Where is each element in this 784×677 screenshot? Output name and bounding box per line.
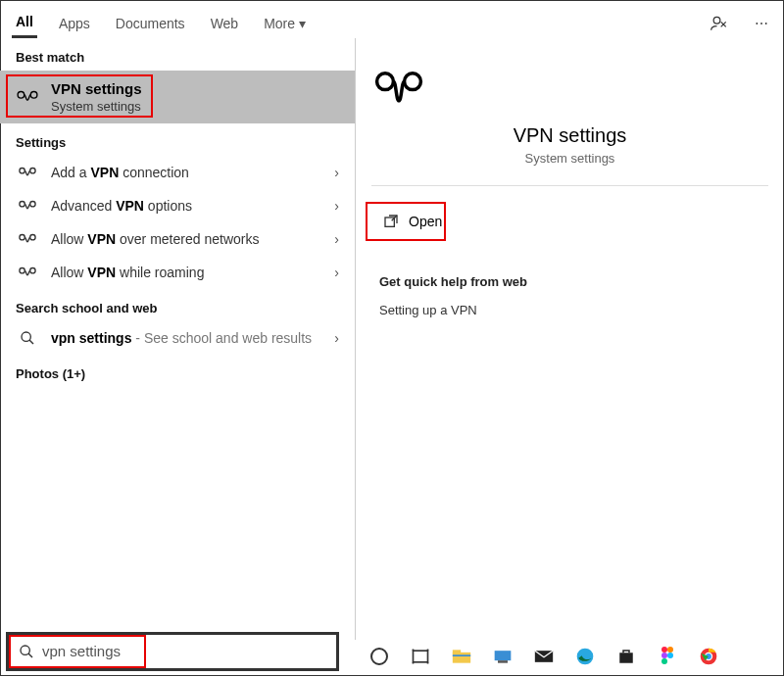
svg-point-23 <box>577 648 594 664</box>
vpn-icon <box>16 89 39 105</box>
svg-point-13 <box>405 73 421 90</box>
help-link[interactable]: Setting up a VPN <box>356 295 784 325</box>
preview-title: VPN settings <box>371 124 768 147</box>
svg-point-26 <box>667 647 673 653</box>
open-button[interactable]: Open <box>366 202 446 241</box>
svg-point-25 <box>662 647 667 653</box>
open-icon <box>383 214 399 229</box>
svg-point-2 <box>30 92 37 99</box>
best-match-result[interactable]: VPN settings System settings <box>0 71 355 123</box>
search-input[interactable] <box>42 643 136 659</box>
svg-rect-19 <box>453 654 470 656</box>
mail-icon[interactable] <box>533 646 555 667</box>
file-explorer-icon[interactable] <box>451 646 472 667</box>
help-heading: Get quick help from web <box>356 245 784 295</box>
open-label: Open <box>409 214 442 229</box>
preview-subtitle: System settings <box>371 151 768 166</box>
svg-rect-16 <box>414 651 428 662</box>
svg-point-28 <box>667 653 673 658</box>
edge-icon[interactable] <box>574 646 596 667</box>
task-view-icon[interactable] <box>410 646 431 667</box>
taskbar-search-box[interactable] <box>6 632 339 671</box>
svg-rect-18 <box>453 650 461 653</box>
svg-point-15 <box>21 646 29 654</box>
svg-point-27 <box>662 653 667 658</box>
svg-point-29 <box>662 658 667 664</box>
store-icon[interactable] <box>615 646 637 667</box>
svg-point-1 <box>18 92 24 99</box>
figma-icon[interactable] <box>657 646 678 667</box>
search-icon <box>19 644 34 659</box>
svg-rect-21 <box>498 660 508 663</box>
chrome-icon[interactable] <box>698 646 719 667</box>
best-match-subtitle: System settings <box>51 99 142 114</box>
app-icon[interactable] <box>492 646 514 667</box>
best-match-title: VPN settings <box>51 80 142 97</box>
vpn-icon-large <box>371 68 768 115</box>
svg-point-12 <box>377 73 394 90</box>
svg-rect-20 <box>495 651 512 660</box>
cortana-icon[interactable] <box>368 646 390 667</box>
svg-rect-24 <box>619 653 633 663</box>
